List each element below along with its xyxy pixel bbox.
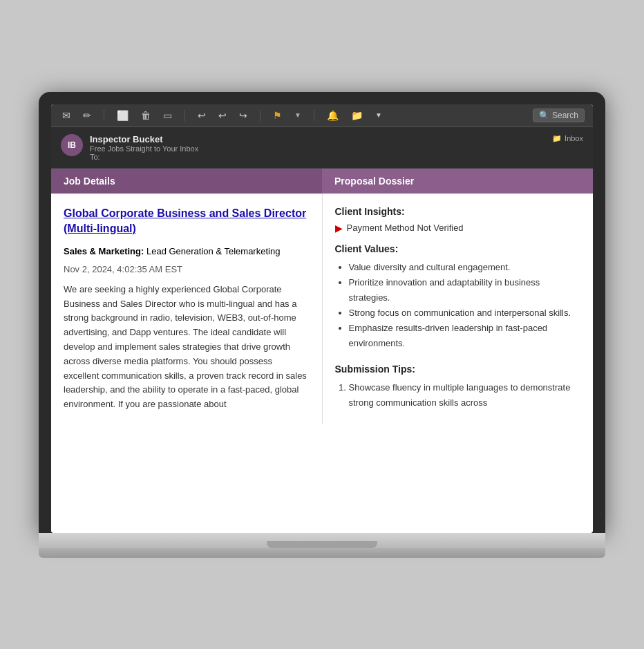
submission-tips-section: Submission Tips: Showcase fluency in mul…: [335, 364, 581, 411]
edit-icon[interactable]: ✏: [80, 109, 94, 122]
sender-name: Inspector Bucket: [90, 134, 198, 144]
job-category-value: Lead Generation & Telemarketing: [146, 246, 280, 256]
toolbar-separator-4: [314, 110, 314, 121]
list-item: Prioritize innovation and adaptability i…: [349, 275, 581, 305]
list-item: Value diversity and cultural engagement.: [349, 260, 581, 275]
email-body[interactable]: Job Details Proposal Dossier: [51, 169, 593, 533]
sender-to: To:: [90, 153, 198, 161]
laptop-frame: ✉ ✏ ⬜ 🗑 ▭ ↩ ↩ ↪ ⚑ ▼ 🔔 📁 ▼ 🔍 Search: [39, 92, 605, 558]
job-details-column: Global Corporate Business and Sales Dire…: [51, 194, 322, 424]
folder-dropdown-icon[interactable]: ▼: [372, 110, 385, 120]
email-header: IB Inspector Bucket Free Jobs Straight t…: [51, 127, 593, 169]
search-box[interactable]: 🔍 Search: [533, 109, 585, 122]
list-item: Strong focus on communication and interp…: [349, 305, 581, 321]
flag-icon[interactable]: ⚑: [270, 109, 285, 122]
warning-icon: ▶: [335, 223, 343, 234]
sender-info: Inspector Bucket Free Jobs Straight to Y…: [90, 134, 198, 161]
reply-icon[interactable]: ↩: [195, 109, 209, 122]
client-values-list: Value diversity and cultural engagement.…: [335, 260, 581, 352]
compose-icon[interactable]: ✉: [59, 109, 73, 122]
job-details-content: Global Corporate Business and Sales Dire…: [51, 194, 322, 424]
submission-tips-title: Submission Tips:: [335, 364, 581, 375]
job-category-label: Sales & Marketing:: [64, 246, 144, 256]
folder-name: Inbox: [565, 134, 583, 142]
job-category: Sales & Marketing: Lead Generation & Tel…: [64, 245, 310, 258]
mark-icon[interactable]: ▭: [160, 109, 175, 122]
search-label: Search: [552, 111, 578, 120]
reply-all-icon[interactable]: ↩: [216, 109, 229, 122]
job-title-link[interactable]: Global Corporate Business and Sales Dire…: [64, 206, 310, 237]
toolbar-separator-1: [104, 110, 104, 121]
laptop-base: [39, 533, 605, 548]
job-details-header: Job Details: [51, 169, 322, 194]
toolbar-separator-3: [260, 110, 261, 121]
tips-list: Showcase fluency in multiple languages t…: [335, 380, 581, 411]
screen: ✉ ✏ ⬜ 🗑 ▭ ↩ ↩ ↪ ⚑ ▼ 🔔 📁 ▼ 🔍 Search: [51, 104, 593, 533]
list-item: Emphasize results-driven leadership in f…: [349, 321, 581, 351]
proposal-header: Proposal Dossier: [322, 169, 593, 194]
proposal-content: Client Insights: ▶ Payment Method Not Ve…: [323, 194, 594, 424]
delete-icon[interactable]: 🗑: [138, 109, 153, 122]
job-description: We are seeking a highly experienced Glob…: [64, 283, 310, 412]
client-values-title: Client Values:: [335, 243, 581, 254]
sender-subtitle: Free Jobs Straight to Your Inbox: [90, 144, 198, 153]
search-icon: 🔍: [539, 111, 549, 120]
laptop-foot: [39, 548, 605, 558]
forward-icon[interactable]: ↪: [236, 109, 250, 122]
notification-icon[interactable]: 🔔: [324, 109, 341, 122]
screen-bezel: ✉ ✏ ⬜ 🗑 ▭ ↩ ↩ ↪ ⚑ ▼ 🔔 📁 ▼ 🔍 Search: [39, 92, 605, 533]
avatar: IB: [61, 134, 83, 156]
sender-block: IB Inspector Bucket Free Jobs Straight t…: [61, 134, 198, 161]
proposal-column: Client Insights: ▶ Payment Method Not Ve…: [322, 194, 593, 424]
flag-dropdown-icon[interactable]: ▼: [292, 110, 304, 120]
job-date: Nov 2, 2024, 4:02:35 AM EST: [64, 264, 310, 274]
content-table: Job Details Proposal Dossier: [51, 169, 593, 424]
folder-icon[interactable]: 📁: [348, 109, 366, 122]
payment-warning-text: Payment Method Not Verified: [347, 223, 464, 233]
payment-warning: ▶ Payment Method Not Verified: [335, 223, 581, 234]
folder-icon-small: 📁: [552, 134, 562, 143]
list-item: Showcase fluency in multiple languages t…: [349, 380, 581, 411]
archive-icon[interactable]: ⬜: [114, 109, 131, 122]
client-insights-title: Client Insights:: [335, 206, 581, 217]
toolbar-separator-2: [184, 110, 185, 121]
folder-label: 📁 Inbox: [552, 134, 583, 143]
email-toolbar: ✉ ✏ ⬜ 🗑 ▭ ↩ ↩ ↪ ⚑ ▼ 🔔 📁 ▼ 🔍 Search: [51, 104, 593, 127]
